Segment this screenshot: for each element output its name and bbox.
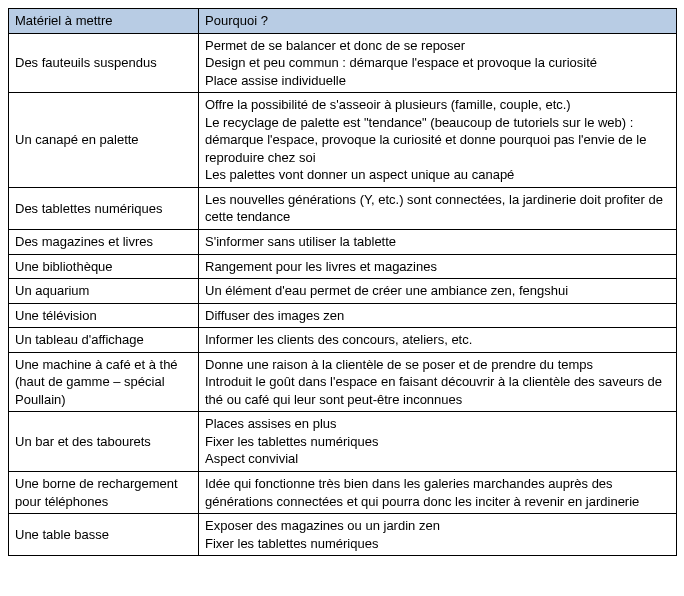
table-row: Une télévisionDiffuser des images zen [9,303,677,328]
reason-line: Donne une raison à la clientèle de se po… [205,356,670,374]
material-cell: Un bar et des tabourets [9,412,199,472]
table-row: Une table basseExposer des magazines ou … [9,514,677,556]
reason-line: Exposer des magazines ou un jardin zen [205,517,670,535]
reason-cell: S'informer sans utiliser la tablette [199,230,677,255]
table-header-row: Matériel à mettre Pourquoi ? [9,9,677,34]
reason-line: Informer les clients des concours, ateli… [205,331,670,349]
material-cell: Une télévision [9,303,199,328]
table-row: Des tablettes numériquesLes nouvelles gé… [9,187,677,229]
material-cell: Des magazines et livres [9,230,199,255]
reason-line: S'informer sans utiliser la tablette [205,233,670,251]
reason-cell: Offre la possibilité de s'asseoir à plus… [199,93,677,188]
table-row: Des magazines et livresS'informer sans u… [9,230,677,255]
material-cell: Des tablettes numériques [9,187,199,229]
reason-line: Fixer les tablettes numériques [205,535,670,553]
reason-line: Les nouvelles générations (Y, etc.) sont… [205,191,670,226]
reason-cell: Idée qui fonctionne très bien dans les g… [199,472,677,514]
reason-line: Diffuser des images zen [205,307,670,325]
material-cell: Une bibliothèque [9,254,199,279]
reason-cell: Un élément d'eau permet de créer une amb… [199,279,677,304]
reason-line: Un élément d'eau permet de créer une amb… [205,282,670,300]
reason-line: Fixer les tablettes numériques [205,433,670,451]
table-row: Des fauteuils suspendusPermet de se bala… [9,33,677,93]
material-cell: Une machine à café et à thé (haut de gam… [9,352,199,412]
reason-cell: Rangement pour les livres et magazines [199,254,677,279]
material-cell: Un tableau d'affichage [9,328,199,353]
material-cell: Une borne de rechargement pour téléphone… [9,472,199,514]
table-row: Un bar et des tabouretsPlaces assises en… [9,412,677,472]
material-cell: Un aquarium [9,279,199,304]
reason-line: Place assise individuelle [205,72,670,90]
reason-line: Le recyclage de palette est "tendance" (… [205,114,670,167]
header-material: Matériel à mettre [9,9,199,34]
reason-cell: Diffuser des images zen [199,303,677,328]
reason-line: Offre la possibilité de s'asseoir à plus… [205,96,670,114]
table-row: Une machine à café et à thé (haut de gam… [9,352,677,412]
header-reason: Pourquoi ? [199,9,677,34]
material-cell: Une table basse [9,514,199,556]
reason-line: Les palettes vont donner un aspect uniqu… [205,166,670,184]
reason-cell: Exposer des magazines ou un jardin zenFi… [199,514,677,556]
reason-line: Idée qui fonctionne très bien dans les g… [205,475,670,510]
reason-cell: Informer les clients des concours, ateli… [199,328,677,353]
reason-line: Rangement pour les livres et magazines [205,258,670,276]
reason-line: Design et peu commun : démarque l'espace… [205,54,670,72]
table-row: Un aquariumUn élément d'eau permet de cr… [9,279,677,304]
reason-line: Places assises en plus [205,415,670,433]
reason-cell: Places assises en plusFixer les tablette… [199,412,677,472]
table-row: Un tableau d'affichageInformer les clien… [9,328,677,353]
table-row: Un canapé en paletteOffre la possibilité… [9,93,677,188]
reason-line: Introduit le goût dans l'espace en faisa… [205,373,670,408]
table-row: Une bibliothèqueRangement pour les livre… [9,254,677,279]
reason-cell: Donne une raison à la clientèle de se po… [199,352,677,412]
reason-line: Aspect convivial [205,450,670,468]
material-cell: Des fauteuils suspendus [9,33,199,93]
table-row: Une borne de rechargement pour téléphone… [9,472,677,514]
reason-cell: Les nouvelles générations (Y, etc.) sont… [199,187,677,229]
materials-table: Matériel à mettre Pourquoi ? Des fauteui… [8,8,677,556]
reason-cell: Permet de se balancer et donc de se repo… [199,33,677,93]
material-cell: Un canapé en palette [9,93,199,188]
reason-line: Permet de se balancer et donc de se repo… [205,37,670,55]
